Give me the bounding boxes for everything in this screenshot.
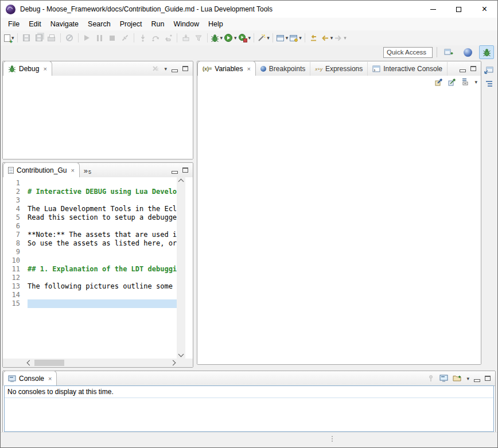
horizontal-scroll-track[interactable] bbox=[33, 359, 169, 367]
tab-console[interactable]: Console × bbox=[3, 371, 57, 386]
hidden-editors-chevron[interactable]: » 5 bbox=[80, 163, 95, 177]
view-menu-icon[interactable]: ▾ bbox=[164, 66, 167, 72]
minimize-view-icon[interactable] bbox=[172, 69, 178, 72]
coverage-button[interactable]: ▾ bbox=[238, 33, 251, 42]
close-tab-icon[interactable]: × bbox=[71, 167, 74, 174]
print-button[interactable] bbox=[46, 32, 57, 44]
horizontal-scrollbar[interactable] bbox=[3, 359, 193, 367]
save-button[interactable] bbox=[21, 32, 32, 44]
minimize-view-icon[interactable] bbox=[460, 69, 466, 72]
overview-ruler[interactable] bbox=[185, 177, 193, 359]
chevron-down-icon[interactable]: ▾ bbox=[220, 36, 223, 41]
tab-variables[interactable]: (x)= Variables × bbox=[197, 61, 256, 76]
resume-button[interactable] bbox=[81, 32, 93, 44]
forward-button[interactable]: ▾ bbox=[334, 34, 347, 42]
menu-edit[interactable]: Edit bbox=[24, 19, 46, 29]
lua-perspective-button[interactable] bbox=[460, 45, 475, 59]
outline-view-icon[interactable] bbox=[485, 80, 494, 88]
editor-line[interactable]: Read this section to setup a debugger bbox=[28, 213, 177, 222]
chevron-down-icon[interactable]: ▾ bbox=[267, 36, 270, 41]
quick-access-input[interactable]: Quick Access bbox=[383, 47, 433, 58]
tab-contribution-guide[interactable]: Contribution_Gu × bbox=[3, 162, 80, 178]
menu-navigate[interactable]: Navigate bbox=[46, 19, 83, 29]
chevron-down-icon[interactable]: ▾ bbox=[248, 36, 251, 41]
maximize-view-icon[interactable] bbox=[470, 66, 476, 71]
maximize-view-icon[interactable] bbox=[182, 66, 188, 71]
tab-debug[interactable]: Debug × bbox=[3, 61, 52, 76]
drop-to-frame-button[interactable] bbox=[180, 32, 192, 44]
scroll-up-icon[interactable] bbox=[179, 180, 183, 184]
pin-console-icon[interactable] bbox=[427, 375, 435, 382]
new-lua-file-button[interactable]: ▾ bbox=[276, 34, 289, 42]
back-button[interactable]: ▾ bbox=[321, 34, 333, 42]
external-tools-button[interactable]: ▾ bbox=[257, 34, 270, 42]
editor-line[interactable] bbox=[28, 196, 177, 205]
save-all-button[interactable] bbox=[33, 32, 45, 44]
open-console-icon[interactable] bbox=[453, 375, 462, 382]
chevron-down-icon[interactable]: ▾ bbox=[344, 36, 347, 41]
collapse-all-icon[interactable] bbox=[461, 77, 470, 86]
editor-code[interactable]: # Interactive DEBUG using Lua DevelopThe… bbox=[24, 177, 177, 359]
editor-line[interactable] bbox=[28, 179, 177, 188]
maximize-window-button[interactable] bbox=[446, 1, 472, 18]
scroll-right-icon[interactable] bbox=[169, 359, 177, 367]
editor-line[interactable] bbox=[28, 248, 177, 256]
editor-gutter[interactable]: 123456789101112131415 bbox=[3, 177, 24, 359]
tab-expressions[interactable]: x+y Expressions bbox=[310, 62, 368, 76]
new-wizard-button[interactable]: ▾ bbox=[4, 34, 14, 42]
chevron-down-icon[interactable]: ▾ bbox=[330, 36, 333, 41]
editor-line[interactable]: ## 1. Explanation of the LDT debuggin bbox=[28, 265, 177, 274]
restore-view-icon[interactable] bbox=[484, 65, 494, 75]
editor-line[interactable] bbox=[28, 256, 177, 265]
editor-line[interactable] bbox=[28, 222, 177, 231]
close-tab-icon[interactable]: × bbox=[247, 65, 250, 72]
menu-help[interactable]: Help bbox=[204, 19, 228, 29]
minimize-window-button[interactable] bbox=[420, 1, 446, 18]
run-button[interactable]: ▾ bbox=[224, 33, 237, 42]
open-perspective-button[interactable] bbox=[441, 45, 456, 59]
debug-perspective-button[interactable] bbox=[479, 45, 494, 59]
menu-search[interactable]: Search bbox=[83, 19, 115, 29]
menu-file[interactable]: File bbox=[3, 19, 24, 29]
skip-breakpoints-button[interactable] bbox=[64, 32, 75, 44]
suspend-button[interactable] bbox=[94, 32, 106, 44]
editor-line[interactable]: # Interactive DEBUG using Lua Develop bbox=[28, 188, 177, 196]
chevron-down-icon[interactable]: ▾ bbox=[234, 36, 237, 41]
tab-interactive-console[interactable]: Interactive Console bbox=[368, 62, 448, 76]
chevron-down-icon[interactable]: ▾ bbox=[299, 36, 302, 41]
close-tab-icon[interactable]: × bbox=[43, 65, 46, 72]
terminate-button[interactable] bbox=[107, 32, 118, 44]
editor-line[interactable] bbox=[28, 274, 177, 282]
close-tab-icon[interactable]: × bbox=[48, 375, 52, 382]
editor-line[interactable]: The following pictures outline some o bbox=[28, 282, 177, 291]
view-menu-icon[interactable]: ▾ bbox=[474, 79, 477, 85]
sash-grip[interactable] bbox=[332, 436, 333, 437]
disconnect-button[interactable] bbox=[119, 32, 131, 44]
editor-line[interactable]: The Lua Development Tools in the Ecli bbox=[28, 205, 177, 213]
tab-breakpoints[interactable]: Breakpoints bbox=[256, 62, 310, 76]
open-search-dialog-button[interactable]: ▾ bbox=[289, 34, 302, 42]
last-edit-location-button[interactable] bbox=[308, 32, 320, 44]
step-over-button[interactable] bbox=[150, 32, 161, 44]
vertical-scrollbar[interactable] bbox=[177, 177, 185, 359]
editor-line[interactable] bbox=[28, 299, 177, 308]
display-console-icon[interactable] bbox=[439, 375, 448, 382]
debug-view-body[interactable] bbox=[3, 76, 193, 159]
editor-line[interactable]: **Note:** The assets that are used in bbox=[28, 231, 177, 239]
scroll-down-icon[interactable] bbox=[179, 352, 183, 356]
scroll-left-icon[interactable] bbox=[25, 359, 33, 367]
maximize-view-icon[interactable] bbox=[182, 167, 188, 173]
step-return-button[interactable] bbox=[162, 32, 174, 44]
maximize-view-icon[interactable] bbox=[485, 376, 491, 381]
remove-all-terminated-icon[interactable] bbox=[151, 65, 159, 73]
minimize-view-icon[interactable] bbox=[474, 379, 480, 382]
show-logical-structures-icon[interactable] bbox=[448, 77, 457, 86]
editor-line[interactable]: So use the assets as listed here, or bbox=[28, 239, 177, 248]
menu-project[interactable]: Project bbox=[115, 19, 147, 29]
editor-line[interactable] bbox=[28, 291, 177, 299]
chevron-down-icon[interactable]: ▾ bbox=[286, 36, 289, 41]
close-window-button[interactable]: × bbox=[472, 1, 497, 18]
open-console-menu-icon[interactable]: ▾ bbox=[466, 376, 469, 381]
horizontal-scroll-thumb[interactable] bbox=[34, 360, 64, 366]
step-into-button[interactable] bbox=[137, 32, 149, 44]
